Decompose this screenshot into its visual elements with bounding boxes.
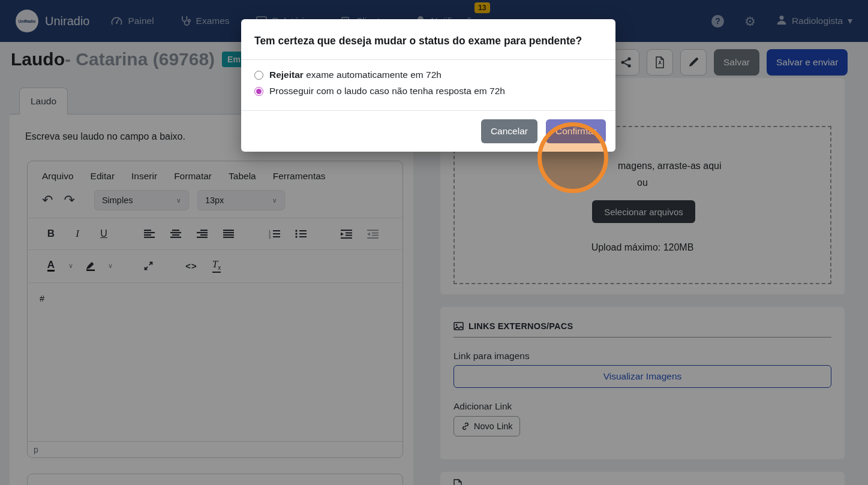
rejeitar-radio[interactable] <box>254 71 263 80</box>
modal-body: Rejeitar exame automaticamente em 72h Pr… <box>241 60 615 110</box>
cancel-button[interactable]: Cancelar <box>481 119 537 143</box>
prosseguir-radio[interactable] <box>254 87 263 96</box>
page: UniRadio Uniradio Painel Exames Relatóri… <box>0 0 868 485</box>
modal-footer: Cancelar Confirmar <box>241 110 615 152</box>
confirm-button[interactable]: Confirmar <box>546 119 606 143</box>
option-prosseguir[interactable]: Prosseguir com o laudo caso não tenha re… <box>254 86 602 97</box>
option-rejeitar[interactable]: Rejeitar exame automaticamente em 72h <box>254 70 602 80</box>
option-rejeitar-label: Rejeitar exame automaticamente em 72h <box>269 70 441 80</box>
option-prosseguir-label: Prosseguir com o laudo caso não tenha re… <box>269 86 505 97</box>
confirm-status-modal: Tem certeza que deseja mudar o status do… <box>241 19 615 152</box>
modal-title: Tem certeza que deseja mudar o status do… <box>241 19 615 60</box>
